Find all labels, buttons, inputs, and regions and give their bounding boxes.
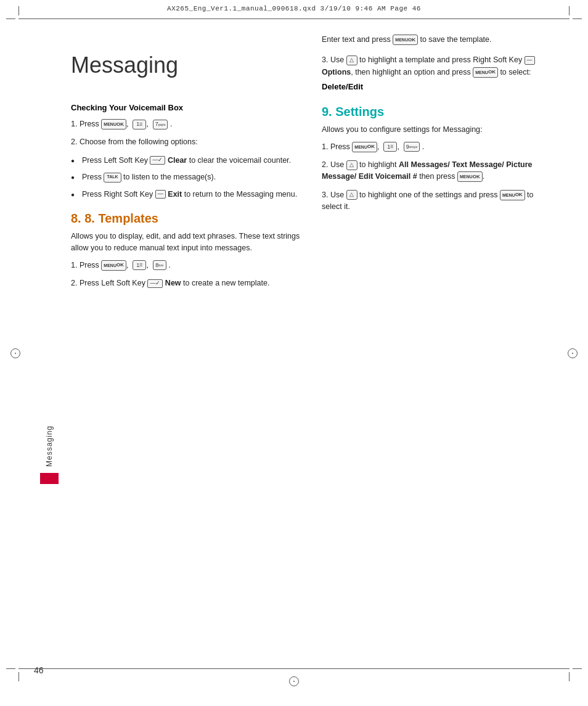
step3-templates: 3. Use △ to highlight a template and pre… — [322, 54, 554, 78]
step-1-text: 1. Press MENUOK, 1☰, 7pqrs . — [71, 118, 303, 130]
step-1-voicemail: 1. Press MENUOK, 1☰, 7pqrs . — [71, 118, 303, 130]
right-column: Enter text and press MENUOK to save the … — [322, 28, 554, 657]
key-1-s8: 1☰ — [133, 260, 146, 270]
main-columns: Messaging Checking Your Voicemail Box 1.… — [71, 28, 554, 657]
section-voicemail-heading: Checking Your Voicemail Box — [71, 103, 303, 112]
key-nav-2: △ — [346, 160, 357, 170]
crop-mark — [6, 18, 15, 19]
step-2-text: 2. Choose from the following options: — [71, 136, 303, 148]
key-soft-new: —✓ — [147, 279, 163, 288]
step-2-voicemail: 2. Choose from the following options: — [71, 136, 303, 148]
crop-mark — [569, 672, 570, 681]
left-column: Messaging Checking Your Voicemail Box 1.… — [71, 28, 303, 657]
crop-mark — [18, 6, 19, 15]
bullet-list-voicemail: Press Left Soft Key —✓ Clear to clear th… — [71, 155, 303, 200]
sidebar: Messaging — [34, 28, 71, 657]
section-8-heading: 8. 8. Templates — [71, 211, 303, 226]
key-menu-ok-3: MENUOK — [393, 35, 418, 45]
reg-mark-left — [9, 347, 22, 359]
section-8-number: 8. — [71, 211, 84, 225]
step-enter-template: Enter text and press MENUOK to save the … — [322, 34, 554, 46]
bullet-1: Press Left Soft Key —✓ Clear to clear th… — [71, 155, 303, 166]
crop-mark — [6, 668, 15, 669]
key-1-s9: 1☰ — [383, 142, 397, 152]
key-menu-ok-1: MENUOK — [101, 119, 126, 129]
crop-mark — [18, 672, 19, 681]
crop-mark — [569, 6, 570, 15]
section9-step2: 2. Use △ to highlight All Messages/ Text… — [322, 159, 554, 183]
key-soft-options: — — [525, 56, 535, 65]
key-soft-exit: — — [155, 190, 166, 199]
sidebar-label: Messaging — [45, 425, 54, 467]
section9-step1: 1. Press MENUOK, 1☰, 9wxyz . — [322, 141, 554, 153]
reg-mark-bottom — [288, 675, 300, 688]
section-8-title: 8. Templates — [84, 211, 158, 225]
key-9wxyz: 9wxyz — [404, 142, 420, 152]
reg-mark-right — [566, 347, 579, 359]
key-7pqrs: 7pqrs — [153, 120, 168, 129]
section-9-intro: Allows you to configure settings for Mes… — [322, 124, 554, 136]
key-menu-ok-4: MENUOK — [473, 67, 498, 78]
section8-step1: 1. Press MENUOK, 1☰, 8tuv . — [71, 260, 303, 271]
crop-mark — [573, 668, 582, 669]
section8-step2: 2. Press Left Soft Key —✓ New to create … — [71, 277, 303, 289]
key-8tuv: 8tuv — [153, 260, 166, 270]
key-menu-ok-7: MENUOK — [500, 190, 525, 200]
page-title: Messaging — [71, 52, 303, 78]
bullet-2: Press TALK to listen to the message(s). — [71, 171, 303, 183]
page-border-top — [18, 18, 570, 19]
key-menu-ok-2: MENUOK — [101, 260, 126, 271]
page-content: Messaging Messaging Checking Your Voicem… — [34, 28, 554, 657]
page-border-bottom — [18, 668, 570, 669]
crop-mark — [573, 18, 582, 19]
page-number: 46 — [34, 665, 44, 675]
sidebar-accent — [40, 473, 59, 484]
key-menu-ok-5: MENUOK — [352, 142, 377, 152]
key-1: 1☰ — [133, 120, 146, 129]
section-9-heading: 9. Settings — [322, 105, 554, 119]
delete-edit-label: Delete/Edit — [322, 82, 554, 91]
key-talk: TALK — [104, 173, 121, 183]
sidebar-label-container: Messaging — [34, 425, 65, 484]
section-9-title: 9. Settings — [322, 105, 384, 118]
key-nav-3: △ — [346, 190, 357, 200]
section-8-intro: Allows you to display, edit, and add tex… — [71, 231, 303, 255]
key-menu-ok-6: MENUOK — [457, 171, 483, 182]
bullet-3: Press Right Soft Key — Exit to return to… — [71, 189, 303, 200]
header-text: AX265_Eng_Ver1.1_manual_090618.qxd 3/19/… — [167, 5, 421, 12]
key-soft-clr: —✓ — [150, 156, 165, 165]
key-nav-1: △ — [346, 55, 357, 65]
section9-step3: 3. Use △ to highlight one of the setting… — [322, 189, 554, 213]
header-bar: AX265_Eng_Ver1.1_manual_090618.qxd 3/19/… — [0, 0, 588, 17]
